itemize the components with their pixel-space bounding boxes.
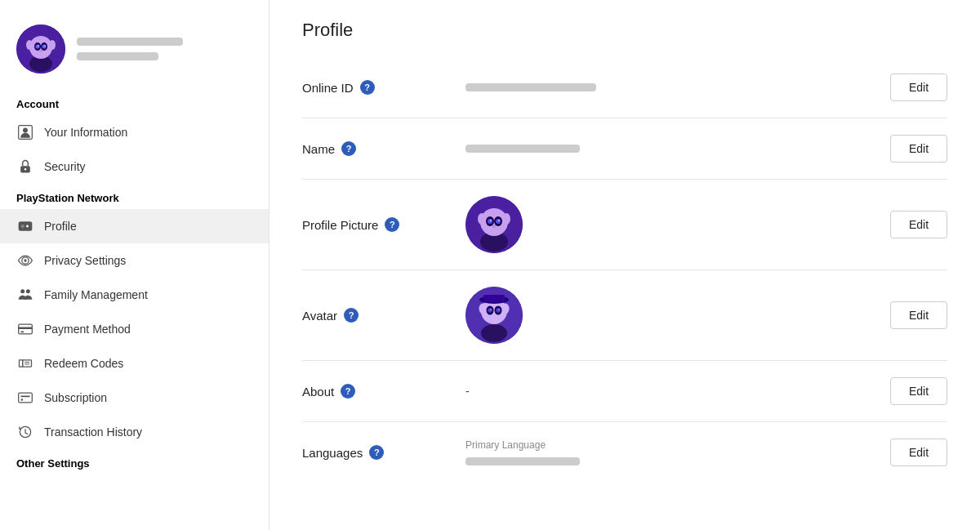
sidebar-label-redeem-codes: Redeem Codes [44, 357, 123, 370]
subscription-icon [16, 389, 34, 407]
sidebar-item-family-management[interactable]: Family Management [0, 278, 269, 312]
languages-stack: Primary Language [466, 439, 580, 465]
online-id-value [466, 83, 874, 91]
about-label-area: About ? [302, 384, 449, 399]
profile-picture-edit-area: Edit [890, 211, 947, 238]
lock-icon [16, 158, 34, 176]
svg-point-2 [29, 36, 52, 59]
profile-picture-avatar [466, 196, 523, 253]
svg-point-3 [26, 40, 33, 50]
languages-value: Primary Language [466, 439, 874, 465]
svg-point-42 [490, 220, 492, 221]
svg-rect-26 [20, 332, 24, 333]
name-row: Name ? Edit [302, 118, 947, 180]
about-value: - [466, 385, 874, 398]
person-icon [16, 123, 34, 141]
name-blur [466, 145, 580, 153]
svg-point-49 [502, 304, 510, 314]
svg-point-22 [20, 289, 24, 293]
profile-picture-label: Profile Picture [302, 218, 378, 232]
sidebar-item-transaction-history[interactable]: Transaction History [0, 415, 269, 449]
sidebar-item-payment-method[interactable]: Payment Method [0, 312, 269, 346]
ticket-icon [16, 354, 34, 372]
profile-picture-edit-button[interactable]: Edit [890, 211, 947, 238]
avatar-edit-area: Edit [890, 301, 947, 329]
svg-point-21 [24, 259, 26, 261]
svg-point-54 [490, 309, 492, 310]
avatar-image [466, 287, 523, 344]
svg-point-17 [21, 225, 24, 228]
name-help-icon[interactable]: ? [341, 141, 356, 156]
about-row: About ? - Edit [302, 361, 947, 422]
svg-point-15 [24, 168, 27, 171]
sidebar-label-transaction-history: Transaction History [44, 425, 142, 439]
online-id-help-icon[interactable]: ? [360, 80, 375, 95]
svg-point-10 [44, 45, 46, 47]
sidebar-item-subscription[interactable]: Subscription [0, 381, 269, 415]
eye-shield-icon [16, 252, 34, 269]
user-name-area [77, 38, 183, 60]
avatar-help-icon[interactable]: ? [344, 308, 359, 323]
svg-point-43 [498, 220, 500, 221]
avatar-row: Avatar ? [302, 270, 947, 361]
gamepad-icon [16, 217, 34, 235]
online-id-edit-area: Edit [890, 73, 947, 101]
sidebar-label-family-management: Family Management [44, 288, 148, 301]
svg-rect-30 [19, 393, 33, 403]
name-value [466, 145, 874, 153]
about-help-icon[interactable]: ? [341, 384, 355, 399]
svg-point-9 [38, 45, 39, 47]
sidebar-item-security[interactable]: Security [0, 149, 269, 184]
user-avatar [16, 24, 65, 73]
languages-edit-button[interactable]: Edit [890, 439, 947, 466]
credit-card-icon [16, 320, 34, 338]
name-label-area: Name ? [302, 141, 449, 156]
svg-point-41 [496, 219, 501, 224]
svg-rect-57 [483, 295, 505, 301]
page-title: Profile [302, 20, 947, 41]
avatar-edit-button[interactable]: Edit [890, 301, 947, 329]
sidebar-item-privacy-settings[interactable]: Privacy Settings [0, 243, 269, 278]
svg-point-7 [36, 45, 40, 49]
svg-point-8 [42, 45, 47, 49]
sidebar-label-your-information: Your Information [44, 126, 127, 139]
profile-picture-value [466, 196, 874, 253]
sidebar: Account Your Information Security [0, 0, 270, 530]
svg-point-40 [488, 219, 492, 224]
sidebar-item-profile[interactable]: Profile [0, 209, 269, 243]
sidebar-section-other: Other Settings [0, 449, 269, 474]
sidebar-label-security: Security [44, 160, 86, 173]
profile-picture-label-area: Profile Picture ? [302, 217, 449, 232]
languages-blur [466, 457, 580, 465]
sidebar-label-profile: Profile [44, 220, 77, 233]
online-id-label: Online ID [302, 81, 354, 95]
languages-help-icon[interactable]: ? [369, 445, 384, 460]
sidebar-section-psn: PlayStation Network [0, 184, 269, 209]
svg-point-53 [496, 308, 501, 313]
svg-rect-16 [19, 221, 33, 231]
name-edit-area: Edit [890, 135, 947, 163]
svg-point-44 [492, 225, 497, 228]
svg-rect-25 [19, 327, 33, 330]
name-edit-button[interactable]: Edit [890, 135, 947, 163]
svg-point-32 [21, 399, 24, 401]
svg-point-37 [502, 213, 510, 225]
sidebar-item-your-information[interactable]: Your Information [0, 115, 269, 149]
sidebar-label-subscription: Subscription [44, 391, 107, 404]
avatar-label-area: Avatar ? [302, 308, 449, 323]
main-content: Profile Online ID ? Edit Name ? [270, 0, 980, 530]
sidebar-label-payment-method: Payment Method [44, 323, 131, 336]
profile-picture-row: Profile Picture ? [302, 180, 947, 270]
svg-point-13 [23, 128, 28, 133]
svg-rect-19 [26, 225, 29, 227]
svg-point-36 [478, 213, 486, 225]
avatar-value [466, 287, 874, 344]
sidebar-section-account: Account [0, 90, 269, 115]
family-icon [16, 286, 34, 304]
online-id-edit-button[interactable]: Edit [890, 73, 947, 101]
sidebar-item-redeem-codes[interactable]: Redeem Codes [0, 346, 269, 381]
profile-picture-help-icon[interactable]: ? [385, 217, 399, 232]
languages-label-area: Languages ? [302, 445, 449, 460]
about-edit-button[interactable]: Edit [890, 377, 947, 405]
svg-rect-31 [20, 396, 30, 398]
